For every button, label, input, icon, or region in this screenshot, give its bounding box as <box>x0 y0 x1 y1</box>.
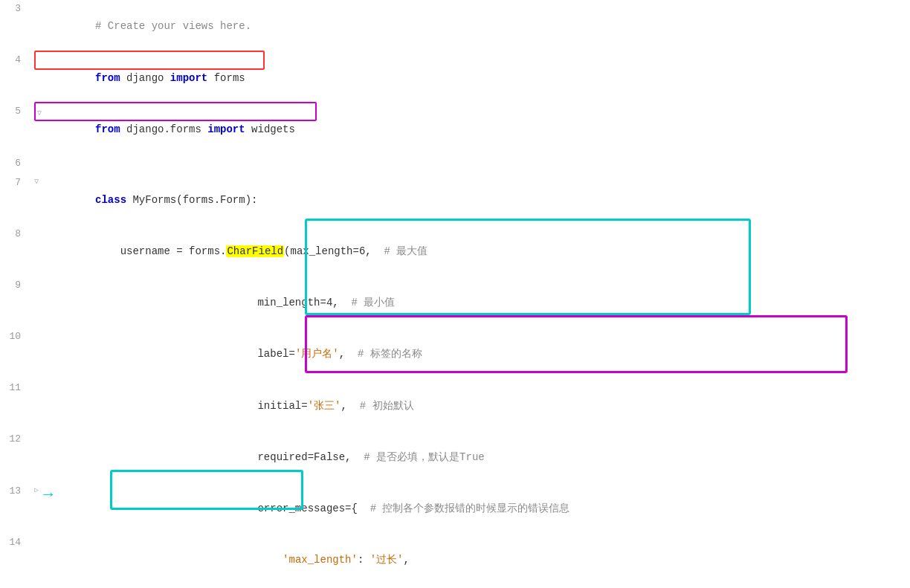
kw-import-4: import <box>170 72 207 84</box>
line-content-11: initial='张三', # 初始默认 <box>30 379 910 430</box>
line-content-9: min_length=4, # 最小值 <box>30 277 910 328</box>
text-django-forms-5: django.forms <box>120 123 208 135</box>
indent-4 <box>70 72 95 84</box>
text-widgets-5: widgets <box>245 123 295 135</box>
text-label: label= <box>70 348 294 360</box>
gutter-triangle-13: ▷ <box>34 485 39 497</box>
comment-min: # 最小值 <box>351 297 395 308</box>
code-line-13: 13 ▷ error_messages={ # 控制各个参数报错的时候显示的错误… <box>0 482 910 534</box>
text-initial: initial= <box>70 400 307 412</box>
code-line-7: 7 ▽ class MyForms(forms.Form): <box>0 174 910 225</box>
line-content-8: username = forms.CharField(max_length=6,… <box>30 225 910 277</box>
code-line-6: 6 <box>0 155 910 174</box>
comma10: , <box>339 348 358 360</box>
line-num-5: 5 <box>0 103 30 120</box>
indent14 <box>70 554 283 566</box>
code-line-8: 8 username = forms.CharField(max_length=… <box>0 225 910 277</box>
line-content-12: required=False, # 是否必填，默认是True <box>30 430 910 482</box>
line-content-5: from django.forms import widgets <box>30 103 910 154</box>
line-num-6: 6 <box>0 155 30 172</box>
code-line-11: 11 initial='张三', # 初始默认 <box>0 379 910 430</box>
line-content-4: from django import forms <box>30 51 910 103</box>
line-content-7: class MyForms(forms.Form): <box>30 174 910 225</box>
line-num-13: 13 <box>0 482 30 500</box>
text-error-msg: error_messages={ <box>70 503 370 514</box>
text-required: required=False, <box>70 451 364 463</box>
comment-max: # 最大值 <box>384 245 428 257</box>
line-num-15: 15 <box>0 585 30 588</box>
comment-required: # 是否必填，默认是True <box>364 451 484 463</box>
classdef: MyForms(forms.Form): <box>126 194 257 206</box>
collapse-icon-5: ▽ <box>34 105 45 120</box>
code-line-4: 4 from django import forms <box>0 51 910 103</box>
line-content-6 <box>30 155 910 172</box>
kw-from-4: from <box>95 72 120 84</box>
line-num-12: 12 <box>0 430 30 448</box>
str-maxlen-key: 'max_length' <box>283 554 358 566</box>
code-line-14: 14 'max_length': '过长', <box>0 534 910 585</box>
line-num-4: 4 <box>0 51 30 68</box>
comma14: , <box>404 554 410 566</box>
comment-text: # Create your views here. <box>70 20 251 32</box>
line-num-10: 10 <box>0 328 30 345</box>
text-min: min_length=4, <box>70 297 351 308</box>
line-num-7: 7 <box>0 174 30 191</box>
comma11: , <box>341 400 360 412</box>
str-maxlen-val: '过长' <box>370 554 404 566</box>
line-num-14: 14 <box>0 534 30 551</box>
code-line-5: 5 ▽ from django.forms import widgets <box>0 103 910 154</box>
line-num-11: 11 <box>0 379 30 396</box>
code-line-10: 10 label='用户名', # 标签的名称 <box>0 328 910 379</box>
line-num-9: 9 <box>0 277 30 294</box>
indent-5 <box>70 123 95 135</box>
text-forms-4: forms <box>207 72 245 84</box>
code-line-12: 12 required=False, # 是否必填，默认是True <box>0 430 910 482</box>
code-editor: 3 # Create your views here. 4 from djang… <box>0 0 910 588</box>
str-label: '用户名' <box>295 348 339 360</box>
line-content-10: label='用户名', # 标签的名称 <box>30 328 910 379</box>
line-content-13: error_messages={ # 控制各个参数报错的时候显示的错误信息 <box>30 482 910 534</box>
code-line-15: 15 'min_length': '过短', <box>0 585 910 588</box>
comment-label: # 标签的名称 <box>358 348 422 360</box>
code-line-9: 9 min_length=4, # 最小值 <box>0 277 910 328</box>
comment-initial: # 初始默认 <box>360 400 414 412</box>
code-line-3: 3 # Create your views here. <box>0 0 910 51</box>
line-num-3: 3 <box>0 0 30 17</box>
kw-import-5: import <box>207 123 245 135</box>
kw-from-5: from <box>95 123 120 135</box>
line-content-15: 'min_length': '过短', <box>30 585 910 588</box>
text-django-4: django <box>120 72 170 84</box>
colon14: : <box>358 554 370 566</box>
str-initial: '张三' <box>308 400 341 412</box>
kw-class: class <box>95 194 126 206</box>
line-content-14: 'max_length': '过长', <box>30 534 910 585</box>
line-content-3: # Create your views here. <box>30 0 910 51</box>
line-num-8: 8 <box>0 225 30 242</box>
charfield-highlight: CharField <box>226 245 284 257</box>
collapse-icon-7: ▽ <box>34 176 39 188</box>
text-username: username = forms. <box>70 245 226 257</box>
indent-7 <box>70 194 95 206</box>
text-max: (max_length=6, <box>284 245 384 257</box>
comment-error: # 控制各个参数报错的时候显示的错误信息 <box>370 503 570 514</box>
